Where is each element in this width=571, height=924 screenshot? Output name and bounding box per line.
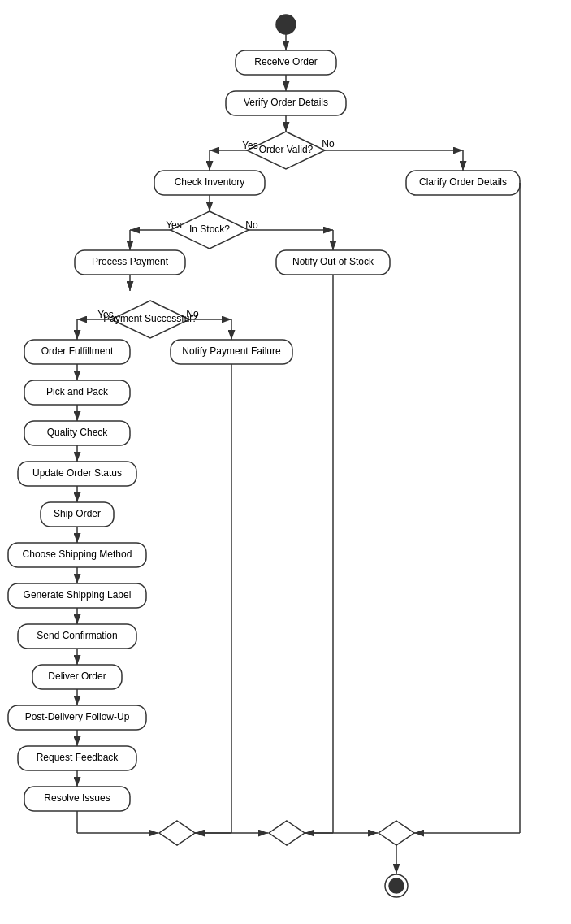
verify-order-label: Verify Order Details: [244, 97, 328, 108]
yes-label-order-valid: Yes: [242, 140, 258, 151]
update-order-status-label: Update Order Status: [32, 467, 122, 479]
in-stock-label: In Stock?: [189, 223, 230, 235]
diagram-container: Receive Order Verify Order Details Order…: [0, 0, 571, 924]
process-payment-label: Process Payment: [92, 256, 169, 267]
ship-order-label: Ship Order: [54, 508, 101, 519]
merge1-diamond: [159, 821, 195, 845]
post-delivery-label: Post-Delivery Follow-Up: [25, 711, 130, 722]
choose-shipping-label: Choose Shipping Method: [23, 549, 132, 560]
quality-check-label: Quality Check: [47, 427, 109, 438]
request-feedback-label: Request Feedback: [37, 752, 119, 763]
clarify-order-label: Clarify Order Details: [419, 176, 507, 188]
deliver-order-label: Deliver Order: [48, 670, 106, 682]
receive-order-label: Receive Order: [254, 56, 317, 67]
resolve-issues-label: Resolve Issues: [44, 792, 110, 804]
check-inventory-label: Check Inventory: [175, 176, 245, 188]
merge3-diamond: [379, 821, 414, 845]
order-fulfillment-label: Order Fulfillment: [41, 345, 114, 357]
merge2-diamond: [269, 821, 305, 845]
notify-out-of-stock-label: Notify Out of Stock: [292, 256, 374, 267]
send-confirmation-label: Send Confirmation: [37, 630, 117, 641]
no-label-order-valid: No: [322, 138, 335, 150]
yes-label-in-stock: Yes: [166, 219, 182, 231]
order-valid-label: Order Valid?: [259, 144, 314, 155]
start-node: [276, 15, 296, 34]
no-label-in-stock: No: [245, 219, 258, 231]
notify-payment-failure-label: Notify Payment Failure: [182, 345, 281, 357]
generate-label-label: Generate Shipping Label: [24, 589, 132, 601]
no-label-payment: No: [186, 308, 199, 319]
pick-and-pack-label: Pick and Pack: [46, 386, 109, 397]
payment-successful-label: Payment Successful?: [103, 313, 197, 324]
end-inner-circle: [389, 878, 404, 893]
yes-label-payment: Yes: [97, 309, 114, 320]
